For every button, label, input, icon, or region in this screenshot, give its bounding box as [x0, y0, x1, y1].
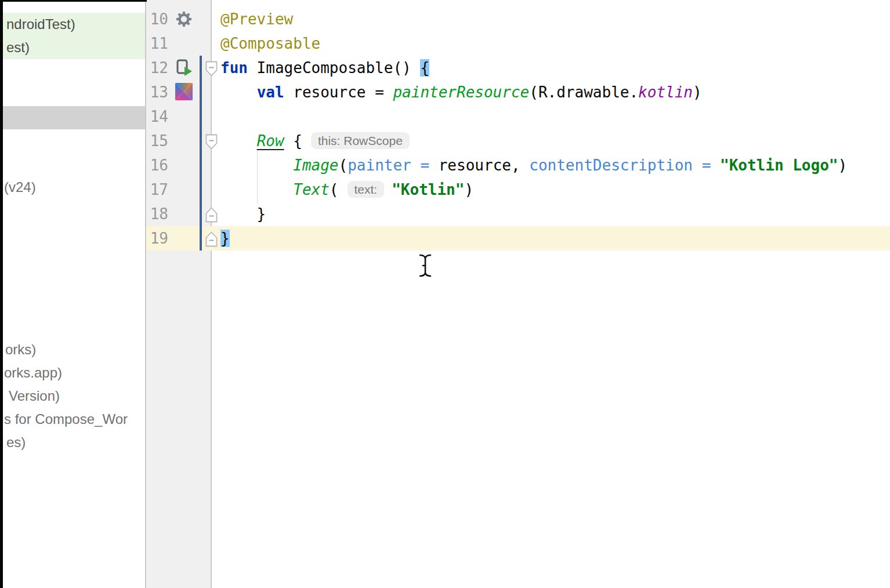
fold-marker-start[interactable] — [205, 61, 218, 77]
code-token: "Kotlin Logo" — [720, 157, 838, 174]
code-token: = — [702, 157, 711, 174]
fold-marker-end[interactable] — [205, 207, 218, 223]
project-tree-item[interactable]: Version) — [3, 384, 145, 408]
code-line[interactable]: @Preview — [220, 7, 293, 31]
code-line[interactable]: val resource = painterResource(R.drawabl… — [220, 80, 702, 104]
code-token: contentDescription — [529, 157, 693, 174]
code-line[interactable]: Text(text:"Kotlin") — [220, 177, 473, 202]
project-panel[interactable]: ndroidTest)est)(v24)orks)orks.app)Versio… — [3, 2, 145, 588]
code-token: @Preview — [220, 10, 293, 28]
code-token — [693, 157, 702, 174]
code-token: painterResource — [393, 84, 529, 101]
line-number[interactable]: 10 — [146, 7, 168, 31]
line-number[interactable]: 18 — [146, 202, 168, 226]
text-cursor-pointer — [418, 253, 433, 280]
code-token: { — [284, 132, 302, 150]
code-token: (R.drawable. — [529, 84, 638, 101]
run-preview-icon[interactable] — [176, 59, 193, 79]
code-line[interactable]: } — [220, 226, 230, 251]
line-number[interactable]: 19 — [146, 226, 168, 251]
ide-window: ndroidTest)est)(v24)orks)orks.app)Versio… — [0, 0, 890, 588]
preview-settings-gear-icon[interactable] — [176, 11, 192, 30]
caret-row-highlight — [146, 226, 890, 251]
project-tree-item[interactable]: orks) — [3, 338, 145, 361]
code-token: } — [220, 205, 266, 223]
code-token — [220, 84, 257, 101]
vcs-change-stripe[interactable] — [200, 56, 202, 251]
inlay-hint[interactable]: text: — [348, 181, 385, 198]
project-tree-item[interactable]: est) — [3, 36, 145, 59]
code-token: ) — [464, 181, 473, 198]
code-token — [220, 181, 293, 198]
code-token: resource, — [429, 157, 529, 174]
window-edge-left — [0, 0, 3, 588]
fold-marker-start[interactable] — [205, 134, 218, 150]
project-tree-item[interactable]: s for Compose_Wor — [3, 408, 145, 431]
project-tree-item[interactable]: es) — [3, 431, 145, 454]
code-token: fun — [220, 59, 248, 77]
code-token — [220, 157, 293, 174]
line-number[interactable]: 13 — [146, 80, 168, 104]
window-edge-top — [0, 0, 147, 2]
code-token: ) — [838, 157, 847, 174]
code-token: } — [220, 230, 230, 247]
code-line[interactable]: fun ImageComposable() { — [220, 56, 429, 80]
line-number[interactable]: 12 — [146, 56, 168, 80]
code-line[interactable]: } — [220, 202, 266, 226]
code-token — [411, 157, 421, 174]
code-token: Image — [293, 157, 338, 174]
line-number[interactable]: 15 — [146, 129, 168, 153]
code-token: { — [420, 59, 429, 77]
code-token: ( — [339, 157, 348, 174]
inlay-hint[interactable]: this: RowScope — [311, 132, 410, 149]
code-token: Row — [257, 132, 284, 150]
line-number[interactable]: 14 — [146, 104, 168, 129]
line-number[interactable]: 17 — [146, 177, 168, 202]
code-line[interactable]: @Composable — [220, 31, 320, 56]
code-line[interactable]: Image(painter = resource, contentDescrip… — [220, 153, 847, 177]
line-number[interactable]: 16 — [146, 153, 168, 177]
code-token: kotlin — [638, 84, 693, 101]
code-line[interactable]: Row {this: RowScope — [220, 129, 417, 153]
code-token — [220, 132, 257, 150]
code-token: = — [420, 157, 429, 174]
code-token: Text — [293, 181, 330, 198]
code-token: "Kotlin" — [392, 181, 464, 198]
code-token: val — [257, 84, 284, 101]
project-tree-item[interactable]: ndroidTest) — [3, 13, 145, 36]
code-token: ) — [693, 84, 702, 101]
panel-splitter[interactable] — [145, 0, 146, 588]
line-number[interactable]: 11 — [146, 31, 168, 56]
project-tree-item[interactable]: (v24) — [3, 176, 145, 199]
project-tree-item[interactable]: orks.app) — [3, 361, 145, 384]
kotlin-file-icon — [175, 83, 193, 103]
project-tree-item-selected[interactable] — [3, 106, 145, 129]
code-token: painter — [348, 157, 411, 174]
code-token — [711, 157, 720, 174]
code-token: resource = — [284, 84, 393, 101]
code-token: @Composable — [220, 35, 320, 52]
code-token: ( — [330, 181, 339, 198]
fold-marker-end[interactable] — [205, 231, 218, 247]
code-token: ImageComposable() — [248, 59, 420, 77]
